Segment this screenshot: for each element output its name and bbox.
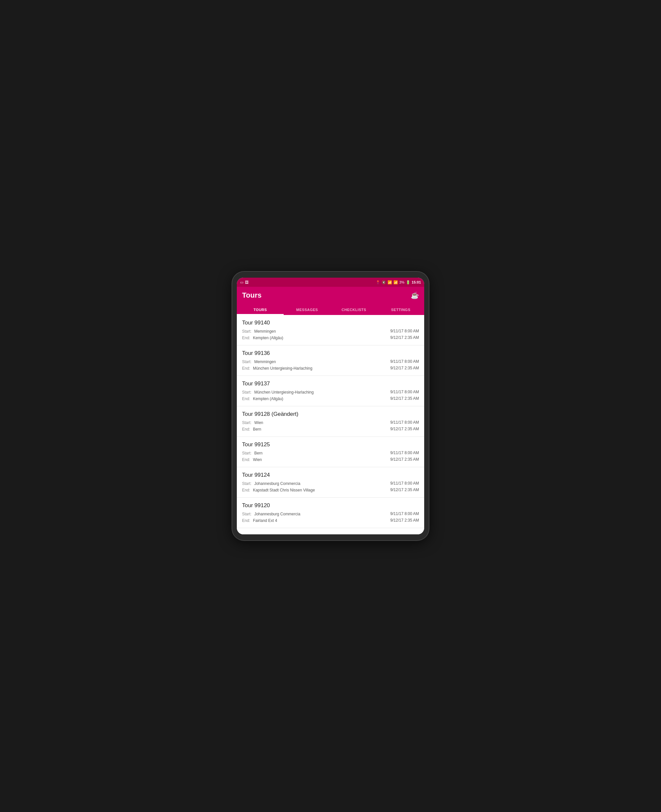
tour-end-row: End: Kapstadt Stadt Chris Nissen Village… bbox=[242, 487, 419, 493]
tour-end-row: End: Wien 9/12/17 2:35 AM bbox=[242, 457, 419, 462]
tour-title: Tour 99140 bbox=[242, 320, 419, 326]
tablet-screen: ▭ 🖼 📍 🔇 📶 📶 3% 🔋 15:01 Tours ☕ TOURS MES… bbox=[237, 278, 424, 534]
tour-start-row: Start: Memmingen 9/11/17 8:00 AM bbox=[242, 358, 419, 365]
signal-icon: 📶 bbox=[393, 280, 398, 285]
tour-start-date: 9/11/17 8:00 AM bbox=[390, 329, 419, 333]
tour-start-location: Start: Johannesburg Commercia bbox=[242, 511, 300, 517]
tour-start-location: Start: Wien bbox=[242, 419, 263, 425]
tour-title: Tour 99120 bbox=[242, 502, 419, 509]
status-left-icons: ▭ 🖼 bbox=[240, 280, 249, 285]
clock: 15:01 bbox=[412, 280, 421, 284]
tour-start-row: Start: Johannesburg Commercia 9/11/17 8:… bbox=[242, 511, 419, 517]
tablet-frame: ▭ 🖼 📍 🔇 📶 📶 3% 🔋 15:01 Tours ☕ TOURS MES… bbox=[232, 272, 429, 540]
tour-end-date: 9/12/17 2:35 AM bbox=[390, 427, 419, 431]
tour-end-location: End: Bern bbox=[242, 426, 261, 432]
tour-title: Tour 99125 bbox=[242, 441, 419, 448]
tour-end-row: End: München Untergiesing-Harlaching 9/1… bbox=[242, 365, 419, 371]
tour-end-row: End: Kempten (Allgäu) 9/12/17 2:35 AM bbox=[242, 334, 419, 341]
image-icon: 🖼 bbox=[245, 280, 249, 284]
tour-start-row: Start: Memmingen 9/11/17 8:00 AM bbox=[242, 328, 419, 334]
tour-end-row: End: Kempten (Allgäu) 9/12/17 2:35 AM bbox=[242, 395, 419, 401]
tour-end-date: 9/12/17 2:35 AM bbox=[390, 396, 419, 401]
location-icon: 📍 bbox=[376, 280, 380, 285]
tour-end-date: 9/12/17 2:35 AM bbox=[390, 366, 419, 370]
status-right-icons: 📍 🔇 📶 📶 3% 🔋 15:01 bbox=[376, 280, 421, 285]
tour-item[interactable]: Tour 99120 Start: Johannesburg Commercia… bbox=[237, 498, 424, 528]
tour-item[interactable]: Tour 99140 Start: Memmingen 9/11/17 8:00… bbox=[237, 315, 424, 345]
tour-item[interactable]: Tour 99137 Start: München Untergiesing-H… bbox=[237, 376, 424, 406]
tour-start-date: 9/11/17 8:00 AM bbox=[390, 451, 419, 455]
coffee-icon[interactable]: ☕ bbox=[411, 291, 419, 299]
tour-end-date: 9/12/17 2:35 AM bbox=[390, 457, 419, 462]
tour-start-location: Start: Johannesburg Commercia bbox=[242, 480, 300, 486]
tour-end-location: End: Wien bbox=[242, 457, 262, 462]
app-title: Tours bbox=[242, 291, 261, 299]
tour-start-row: Start: Bern 9/11/17 8:00 AM bbox=[242, 450, 419, 456]
tour-end-location: End: Kapstadt Stadt Chris Nissen Village bbox=[242, 487, 315, 493]
tour-start-location: Start: München Untergiesing-Harlaching bbox=[242, 389, 314, 395]
tour-start-location: Start: Memmingen bbox=[242, 358, 276, 365]
tour-title: Tour 99124 bbox=[242, 472, 419, 478]
tour-start-location: Start: Bern bbox=[242, 450, 263, 456]
tour-item[interactable]: Tour 99125 Start: Bern 9/11/17 8:00 AM E… bbox=[237, 437, 424, 467]
tablet-icon: ▭ bbox=[240, 280, 243, 285]
tour-end-location: End: München Untergiesing-Harlaching bbox=[242, 365, 313, 371]
tour-end-row: End: Fairland Ext 4 9/12/17 2:35 AM bbox=[242, 517, 419, 523]
tour-title: Tour 99136 bbox=[242, 350, 419, 357]
battery-percent: 3% bbox=[399, 280, 404, 284]
tour-end-location: End: Kempten (Allgäu) bbox=[242, 395, 283, 401]
tour-end-date: 9/12/17 2:35 AM bbox=[390, 518, 419, 522]
tour-end-row: End: Bern 9/12/17 2:35 AM bbox=[242, 426, 419, 432]
tour-start-location: Start: Memmingen bbox=[242, 328, 276, 334]
tour-item[interactable]: Tour 99128 (Geändert) Start: Wien 9/11/1… bbox=[237, 406, 424, 437]
tab-tours[interactable]: TOURS bbox=[237, 304, 284, 315]
tour-start-date: 9/11/17 8:00 AM bbox=[390, 359, 419, 364]
tab-checklists[interactable]: CHECKLISTS bbox=[330, 304, 377, 315]
tour-start-date: 9/11/17 8:00 AM bbox=[390, 420, 419, 425]
app-bar: Tours ☕ bbox=[237, 287, 424, 304]
tour-end-date: 9/12/17 2:35 AM bbox=[390, 335, 419, 340]
tour-item[interactable]: Tour 99124 Start: Johannesburg Commercia… bbox=[237, 467, 424, 498]
status-bar: ▭ 🖼 📍 🔇 📶 📶 3% 🔋 15:01 bbox=[237, 278, 424, 287]
tour-end-date: 9/12/17 2:35 AM bbox=[390, 487, 419, 492]
tab-messages[interactable]: MESSAGES bbox=[284, 304, 330, 315]
tour-start-date: 9/11/17 8:00 AM bbox=[390, 511, 419, 516]
tour-end-location: End: Fairland Ext 4 bbox=[242, 517, 277, 523]
tour-title: Tour 99137 bbox=[242, 381, 419, 387]
tour-start-row: Start: München Untergiesing-Harlaching 9… bbox=[242, 389, 419, 395]
tour-start-date: 9/11/17 8:00 AM bbox=[390, 390, 419, 394]
tour-start-row: Start: Wien 9/11/17 8:00 AM bbox=[242, 419, 419, 425]
mute-icon: 🔇 bbox=[382, 280, 386, 285]
wifi-icon: 📶 bbox=[388, 280, 392, 285]
tab-bar: TOURS MESSAGES CHECKLISTS SETTINGS bbox=[237, 304, 424, 315]
battery-icon: 🔋 bbox=[406, 280, 410, 285]
tour-start-date: 9/11/17 8:00 AM bbox=[390, 481, 419, 486]
tours-list: Tour 99140 Start: Memmingen 9/11/17 8:00… bbox=[237, 315, 424, 534]
tab-settings[interactable]: SETTINGS bbox=[377, 304, 424, 315]
tour-title: Tour 99128 (Geändert) bbox=[242, 411, 419, 417]
tour-item[interactable]: Tour 99136 Start: Memmingen 9/11/17 8:00… bbox=[237, 345, 424, 376]
tour-end-location: End: Kempten (Allgäu) bbox=[242, 334, 283, 341]
tour-start-row: Start: Johannesburg Commercia 9/11/17 8:… bbox=[242, 480, 419, 486]
